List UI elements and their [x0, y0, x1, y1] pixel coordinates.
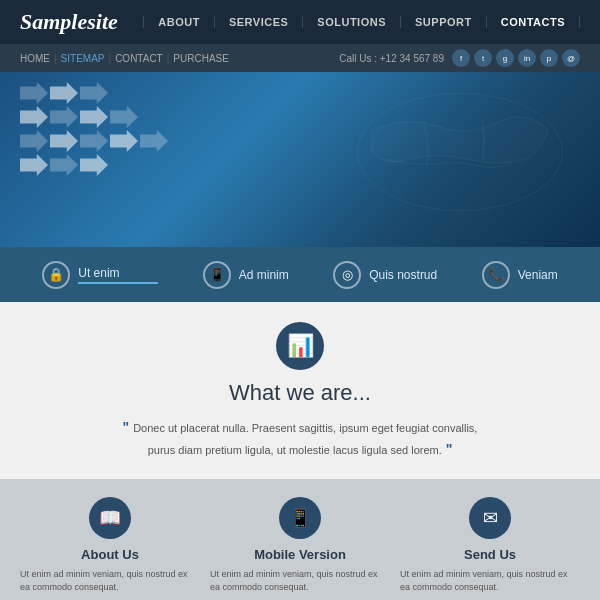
arrow-15	[80, 154, 108, 176]
arrow-13	[20, 154, 48, 176]
arrow-9	[50, 130, 78, 152]
site-logo[interactable]: Samplesite	[20, 9, 118, 35]
send-us-icon: ✉	[469, 497, 511, 539]
close-quote: "	[442, 441, 453, 457]
send-us-text-1: Ut enim ad minim veniam, quis nostrud ex…	[400, 568, 580, 595]
open-quote: "	[123, 419, 134, 435]
social-icon-3[interactable]: g	[496, 49, 514, 67]
feature-label-0: Ut enim	[78, 266, 119, 280]
feature-veniam: 📞 Veniam	[482, 261, 558, 289]
arrow-5	[50, 106, 78, 128]
about-us-icon: 📖	[89, 497, 131, 539]
breadcrumb: HOME | SITEMAP | CONTACT | PURCHASE	[20, 53, 229, 64]
chart-icon: 📊	[287, 333, 314, 359]
mobile-text-1: Ut enim ad minim veniam, quis nostrud ex…	[210, 568, 390, 595]
arrow-10	[80, 130, 108, 152]
section-title: What we are...	[40, 380, 560, 406]
arrow-2	[50, 82, 78, 104]
breadcrumb-bar: HOME | SITEMAP | CONTACT | PURCHASE Call…	[0, 44, 600, 72]
arrow-6	[80, 106, 108, 128]
social-icon-5[interactable]: p	[540, 49, 558, 67]
social-icon-2[interactable]: t	[474, 49, 492, 67]
top-navigation: Samplesite ABOUT SERVICES SOLUTIONS SUPP…	[0, 0, 600, 44]
quote-text: Donec ut placerat nulla. Praesent sagitt…	[133, 422, 477, 456]
contact-info: Call Us : +12 34 567 89 f t g in p @	[339, 49, 580, 67]
breadcrumb-contact[interactable]: CONTACT	[115, 53, 163, 64]
social-icon-4[interactable]: in	[518, 49, 536, 67]
send-us-text: Ut enim ad minim veniam, quis nostrud ex…	[400, 568, 580, 600]
breadcrumb-home[interactable]: HOME	[20, 53, 50, 64]
feature-quis-nostrud: ◎ Quis nostrud	[333, 261, 437, 289]
feature-ut-enim: 🔒 Ut enim	[42, 261, 158, 289]
arrow-8	[20, 130, 48, 152]
feature-ad-minim: 📱 Ad minim	[203, 261, 289, 289]
card-send-us: ✉ Send Us Ut enim ad minim veniam, quis …	[400, 497, 580, 600]
card-about-us: 📖 About Us Ut enim ad minim veniam, quis…	[20, 497, 200, 600]
arrow-4	[20, 106, 48, 128]
social-icons: f t g in p @	[452, 49, 580, 67]
feature-label-1: Ad minim	[239, 268, 289, 282]
send-us-title: Send Us	[400, 547, 580, 562]
nav-item-contacts[interactable]: CONTACTS	[487, 16, 580, 28]
about-us-text-1: Ut enim ad minim veniam, quis nostrud ex…	[20, 568, 200, 595]
social-icon-1[interactable]: f	[452, 49, 470, 67]
feature-icon-lock: 🔒	[42, 261, 70, 289]
breadcrumb-sep-3: |	[167, 53, 170, 64]
hero-arrows	[20, 82, 168, 176]
about-section: 📊 What we are... " Donec ut placerat nul…	[0, 302, 600, 479]
social-icon-6[interactable]: @	[562, 49, 580, 67]
breadcrumb-sitemap[interactable]: SITEMAP	[61, 53, 105, 64]
feature-icon-call: 📞	[482, 261, 510, 289]
section-quote: " Donec ut placerat nulla. Praesent sagi…	[110, 416, 490, 461]
feature-label-3: Veniam	[518, 268, 558, 282]
nav-item-about[interactable]: ABOUT	[143, 16, 215, 28]
breadcrumb-sep-1: |	[54, 53, 57, 64]
arrow-14	[50, 154, 78, 176]
feature-icon-target: ◎	[333, 261, 361, 289]
arrow-3	[80, 82, 108, 104]
arrow-7	[110, 106, 138, 128]
phone-label: Call Us : +12 34 567 89	[339, 53, 444, 64]
world-map-decoration	[350, 82, 570, 222]
arrow-11	[110, 130, 138, 152]
about-us-title: About Us	[20, 547, 200, 562]
chart-icon-circle: 📊	[276, 322, 324, 370]
mobile-version-icon: 📱	[279, 497, 321, 539]
footer-cards: 📖 About Us Ut enim ad minim veniam, quis…	[0, 479, 600, 600]
feature-label-2: Quis nostrud	[369, 268, 437, 282]
features-row: 🔒 Ut enim 📱 Ad minim ◎ Quis nostrud 📞 Ve…	[0, 247, 600, 302]
breadcrumb-purchase[interactable]: PURCHASE	[173, 53, 229, 64]
feature-icon-phone: 📱	[203, 261, 231, 289]
mobile-version-text: Ut enim ad minim veniam, quis nostrud ex…	[210, 568, 390, 600]
feature-underline-0	[78, 282, 158, 284]
nav-item-solutions[interactable]: SOLUTIONS	[303, 16, 401, 28]
card-mobile-version: 📱 Mobile Version Ut enim ad minim veniam…	[210, 497, 390, 600]
hero-banner	[0, 72, 600, 247]
nav-item-support[interactable]: SUPPORT	[401, 16, 487, 28]
main-nav: ABOUT SERVICES SOLUTIONS SUPPORT CONTACT…	[138, 16, 580, 28]
arrow-1	[20, 82, 48, 104]
nav-item-services[interactable]: SERVICES	[215, 16, 303, 28]
about-us-text: Ut enim ad minim veniam, quis nostrud ex…	[20, 568, 200, 600]
arrow-12	[140, 130, 168, 152]
breadcrumb-sep-2: |	[109, 53, 112, 64]
mobile-version-title: Mobile Version	[210, 547, 390, 562]
